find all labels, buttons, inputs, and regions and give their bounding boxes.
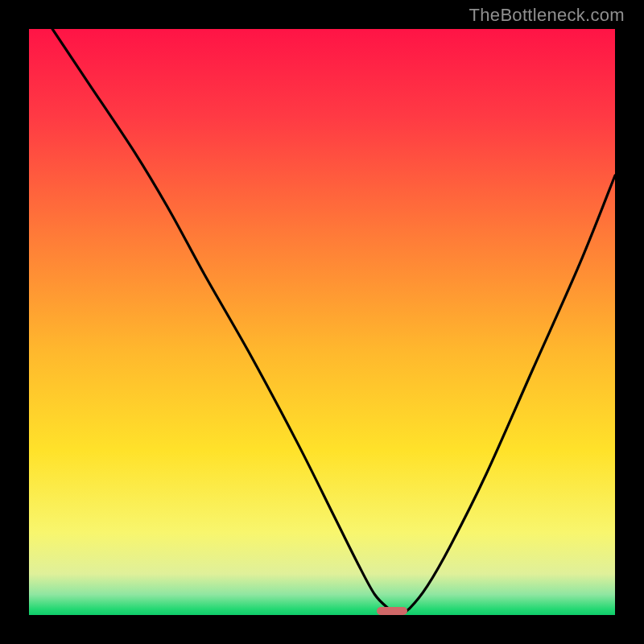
optimal-marker [377, 607, 407, 615]
plot-area [29, 29, 615, 615]
watermark-text: TheBottleneck.com [469, 5, 625, 26]
chart-frame: TheBottleneck.com [0, 0, 644, 644]
bottleneck-curve [29, 29, 615, 615]
